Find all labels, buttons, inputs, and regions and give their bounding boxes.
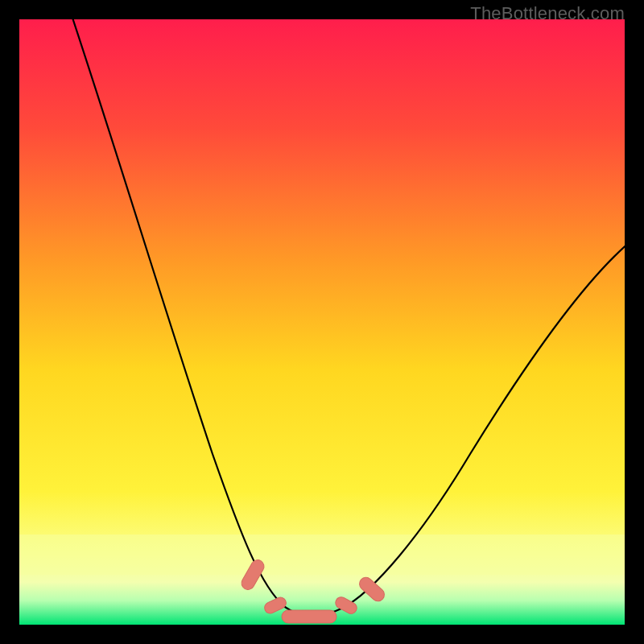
svg-rect-2: [282, 610, 336, 623]
gradient-background: [19, 19, 625, 625]
bottleneck-chart: [19, 19, 625, 625]
chart-frame: TheBottleneck.com: [0, 0, 644, 644]
pale-band: [19, 535, 625, 575]
